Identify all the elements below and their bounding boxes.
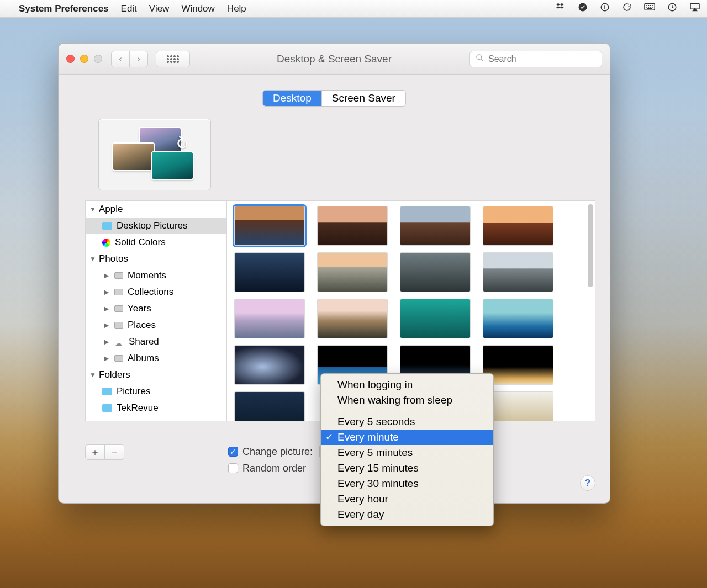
random-order-checkbox[interactable]	[228, 463, 238, 473]
app-menu[interactable]: System Preferences	[19, 3, 109, 14]
svg-point-10	[170, 58, 172, 60]
scrollbar-thumb[interactable]	[588, 204, 593, 287]
album-icon	[114, 272, 123, 279]
menu-help[interactable]: Help	[227, 3, 246, 14]
group-folders[interactable]: Folders	[86, 367, 226, 383]
album-icon	[114, 289, 123, 295]
preview-thumb	[152, 152, 193, 179]
item-shared[interactable]: Shared	[86, 333, 226, 350]
interval-menu[interactable]: When logging in When waking from sleep E…	[320, 373, 494, 526]
item-moments[interactable]: Moments	[86, 267, 226, 284]
wallpaper-thumb[interactable]	[235, 253, 304, 292]
tab-screensaver[interactable]: Screen Saver	[321, 91, 405, 106]
item-collections[interactable]: Collections	[86, 284, 226, 300]
tab-bar: Desktop Screen Saver	[262, 90, 406, 107]
dropbox-icon[interactable]	[556, 2, 566, 15]
menu-option-5-seconds[interactable]: Every 5 seconds	[321, 414, 493, 430]
item-places[interactable]: Places	[86, 317, 226, 333]
svg-point-12	[177, 58, 178, 60]
menu-option-every-hour[interactable]: Every hour	[321, 491, 493, 507]
source-list[interactable]: Apple Desktop Pictures Solid Colors Phot…	[85, 200, 226, 421]
menu-option-5-minutes[interactable]: Every 5 minutes	[321, 445, 493, 460]
svg-point-9	[167, 58, 168, 60]
search-icon	[476, 54, 484, 64]
album-icon	[114, 355, 123, 362]
menu-option-every-minute[interactable]: Every minute	[321, 430, 493, 445]
menu-option-when-waking[interactable]: When waking from sleep	[321, 393, 493, 408]
zoom-button	[94, 55, 102, 63]
svg-point-7	[173, 55, 175, 57]
wallpaper-thumb[interactable]	[235, 299, 304, 338]
onepassword-icon[interactable]	[600, 2, 610, 15]
wallpaper-thumb[interactable]	[235, 206, 304, 245]
random-order-label: Random order	[242, 463, 306, 474]
airplay-icon[interactable]	[689, 3, 700, 14]
refresh-icon[interactable]	[622, 2, 632, 15]
color-wheel-icon	[102, 239, 110, 247]
group-photos[interactable]: Photos	[86, 251, 226, 267]
add-folder-button[interactable]: ＋	[85, 444, 105, 460]
wallpaper-thumb[interactable]	[483, 206, 553, 245]
group-apple[interactable]: Apple	[86, 201, 226, 218]
tab-desktop[interactable]: Desktop	[263, 91, 321, 106]
svg-point-16	[177, 61, 178, 62]
titlebar: ‹ › Desktop & Screen Saver	[59, 44, 610, 75]
remove-folder-button[interactable]: －	[104, 444, 124, 460]
svg-point-14	[170, 61, 172, 62]
preview-thumb	[113, 144, 154, 170]
checkmark-circle-icon[interactable]	[578, 2, 588, 15]
svg-point-5	[167, 55, 168, 57]
album-icon	[114, 305, 123, 312]
wallpaper-thumb[interactable]	[483, 253, 553, 292]
wallpaper-thumb[interactable]	[318, 299, 387, 338]
wallpaper-thumb[interactable]	[235, 346, 304, 384]
svg-point-8	[177, 55, 178, 57]
folder-icon	[102, 388, 112, 395]
item-tekrevue-folder[interactable]: TekRevue	[86, 400, 226, 416]
item-pictures-folder[interactable]: Pictures	[86, 383, 226, 400]
wallpaper-thumb[interactable]	[400, 299, 470, 338]
item-albums[interactable]: Albums	[86, 350, 226, 367]
wallpaper-thumb[interactable]	[483, 299, 553, 338]
menu-option-15-minutes[interactable]: Every 15 minutes	[321, 460, 493, 476]
menu-window[interactable]: Window	[181, 3, 214, 14]
svg-point-13	[167, 61, 168, 62]
timemachine-icon[interactable]	[667, 2, 677, 15]
show-all-button[interactable]	[156, 51, 190, 67]
menu-option-30-minutes[interactable]: Every 30 minutes	[321, 476, 493, 491]
menu-view[interactable]: View	[149, 3, 170, 14]
back-button[interactable]: ‹	[111, 51, 130, 67]
close-button[interactable]	[66, 55, 75, 63]
wallpaper-thumb[interactable]	[318, 253, 387, 292]
keyboard-icon[interactable]	[644, 3, 655, 14]
menu-option-every-day[interactable]: Every day	[321, 507, 493, 522]
wallpaper-thumb[interactable]	[318, 206, 387, 245]
album-icon	[114, 322, 123, 329]
item-solid-colors[interactable]: Solid Colors	[86, 234, 226, 251]
change-picture-label: Change picture:	[242, 446, 313, 458]
search-input[interactable]	[487, 54, 596, 65]
folder-icon	[102, 404, 112, 412]
menu-edit[interactable]: Edit	[121, 3, 137, 14]
menubar: System Preferences Edit View Window Help	[0, 0, 707, 18]
minimize-button[interactable]	[80, 55, 88, 63]
svg-point-6	[170, 55, 172, 57]
svg-point-15	[173, 61, 175, 62]
item-desktop-pictures[interactable]: Desktop Pictures	[86, 218, 226, 234]
forward-button[interactable]: ›	[129, 51, 148, 67]
menu-option-when-logging-in[interactable]: When logging in	[321, 377, 493, 393]
item-years[interactable]: Years	[86, 300, 226, 317]
current-wallpaper-preview: ↻	[98, 119, 211, 190]
svg-point-17	[477, 55, 482, 60]
folder-icon	[102, 222, 112, 230]
wallpaper-thumb[interactable]	[400, 206, 470, 245]
help-button[interactable]: ?	[580, 475, 595, 491]
search-field[interactable]	[469, 51, 602, 67]
cloud-icon	[114, 338, 124, 346]
change-picture-checkbox[interactable]: ✓	[228, 447, 238, 457]
svg-rect-2	[645, 3, 655, 10]
wallpaper-thumb[interactable]	[235, 392, 304, 421]
wallpaper-thumb[interactable]	[400, 253, 470, 292]
menu-separator	[321, 411, 493, 411]
svg-point-11	[173, 58, 175, 60]
